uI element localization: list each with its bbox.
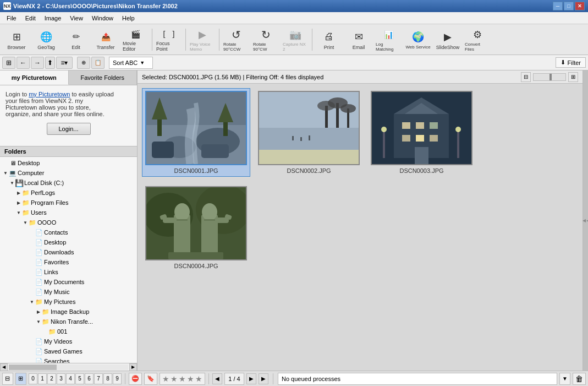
digit-6[interactable]: 6: [85, 373, 94, 384]
star-1[interactable]: ★: [162, 374, 169, 383]
beach-svg: [259, 92, 359, 164]
email-button[interactable]: ✉ Email: [344, 26, 373, 53]
tree-item-links[interactable]: 📄 Links: [0, 267, 137, 277]
img-thumb-dscn0002[interactable]: DSCN0002.JPG: [255, 88, 363, 177]
web-service-button[interactable]: 🌍 Web Service: [404, 26, 432, 53]
scroll-left-button[interactable]: ◀: [0, 363, 8, 371]
tree-item-searches[interactable]: 📄 Searches: [0, 356, 137, 363]
digit-7[interactable]: 7: [94, 373, 103, 384]
menu-image[interactable]: Image: [40, 14, 66, 23]
tree-item-users[interactable]: ▼ 📁 Users: [0, 208, 137, 218]
tree-item-desktop2[interactable]: 📄 Desktop: [0, 237, 137, 247]
tree-item-saved-games[interactable]: 📄 Saved Games: [0, 346, 137, 356]
tree-item-desktop[interactable]: 🖥 Desktop: [0, 158, 137, 168]
view-mode-2[interactable]: ⊞: [15, 373, 26, 385]
mark-button[interactable]: 🔖: [144, 373, 157, 385]
tab-my-picturetown[interactable]: my Picturetown: [0, 70, 69, 85]
slideshow-button[interactable]: ▶ SlideShow: [433, 26, 462, 53]
full-view-button[interactable]: ⊞: [568, 72, 578, 82]
view-mode-1[interactable]: ⊟: [2, 373, 13, 385]
edit-label: Edit: [72, 45, 80, 50]
movie-editor-button[interactable]: 🎬 Movie Editor: [121, 26, 150, 53]
forward-button[interactable]: →: [31, 57, 44, 69]
view-options-button[interactable]: ≡▾: [56, 57, 73, 69]
paste-button[interactable]: 📋: [91, 57, 105, 69]
play-button[interactable]: ▶: [246, 373, 256, 384]
rotate-ccw-button[interactable]: ↺ Rotate 90°CCW: [222, 26, 250, 53]
menu-window[interactable]: Window: [87, 14, 118, 23]
login-button[interactable]: Login...: [47, 123, 91, 135]
up-button[interactable]: ⬆: [45, 57, 55, 69]
filter-button[interactable]: ⬇ Filter: [556, 57, 586, 68]
star-4[interactable]: ★: [187, 374, 194, 383]
play-voice-button[interactable]: ▶ Play Voice Memo: [188, 26, 217, 53]
digit-4[interactable]: 4: [66, 373, 75, 384]
img-thumb-dscn0001[interactable]: DSCN0001.JPG: [142, 88, 250, 177]
thumbnail-size-button[interactable]: ⊟: [521, 72, 531, 82]
star-3[interactable]: ★: [179, 374, 186, 383]
star-2[interactable]: ★: [171, 374, 178, 383]
digit-9[interactable]: 9: [113, 373, 122, 384]
copy-button[interactable]: ⊕: [77, 57, 90, 69]
geotag-label: GeoTag: [37, 45, 55, 50]
tree-item-local-disk[interactable]: ▼ 💾 Local Disk (C:): [0, 178, 137, 188]
digit-8[interactable]: 8: [103, 373, 112, 384]
picturetown-link[interactable]: my Picturetown: [29, 91, 70, 97]
digit-1[interactable]: 1: [38, 373, 47, 384]
trash-button[interactable]: 🗑: [573, 373, 586, 385]
grid-view-button[interactable]: ⊞: [2, 57, 15, 69]
maximize-button[interactable]: □: [564, 2, 574, 10]
back-button[interactable]: ←: [17, 57, 30, 69]
tree-item-program-files[interactable]: ▶ 📁 Program Files: [0, 198, 137, 208]
star-rating[interactable]: ★ ★ ★ ★ ★: [160, 373, 205, 385]
tree-item-image-backup[interactable]: ▶ 📁 Image Backup: [0, 307, 137, 317]
tree-item-my-pictures[interactable]: ▼ 📁 My Pictures: [0, 297, 137, 307]
tree-item-favorites[interactable]: 📄 Favorites: [0, 257, 137, 267]
minimize-button[interactable]: ─: [553, 2, 563, 10]
geotag-button[interactable]: 🌐 GeoTag: [32, 26, 61, 53]
next-image-button[interactable]: ▶: [259, 373, 268, 384]
star-5[interactable]: ★: [195, 374, 202, 383]
queue-dropdown-button[interactable]: ▼: [559, 373, 570, 385]
img-thumb-dscn0003[interactable]: DSCN0003.JPG: [367, 88, 476, 177]
digit-2[interactable]: 2: [47, 373, 56, 384]
scroll-right-button[interactable]: ▶: [129, 363, 137, 371]
capture-nx2-button[interactable]: 📷 Capture NX 2: [281, 26, 310, 53]
tree-item-nikon-transfer[interactable]: ▼ 📁 Nikon Transfe...: [0, 317, 137, 327]
close-button[interactable]: ✕: [575, 2, 585, 10]
size-slider[interactable]: [533, 73, 566, 81]
focus-point-button[interactable]: [ ] Focus Point: [155, 26, 183, 53]
edit-button[interactable]: ✏ Edit: [62, 26, 90, 53]
log-matching-button[interactable]: 📊 Log Matching: [374, 26, 403, 53]
digit-0[interactable]: 0: [29, 373, 37, 384]
digit-3[interactable]: 3: [57, 373, 65, 384]
tree-item-my-music[interactable]: 📄 My Music: [0, 287, 137, 297]
convert-files-button[interactable]: ⚙ Convert Files: [463, 26, 492, 53]
menu-help[interactable]: Help: [118, 14, 139, 23]
h-scrollbar[interactable]: ◀ ▶: [0, 363, 137, 371]
sort-dropdown[interactable]: Sort ABC ▼: [109, 57, 153, 69]
tree-item-perflogs[interactable]: ▶ 📁 PerfLogs: [0, 188, 137, 198]
img-label-dscn0004: DSCN0004.JPG: [174, 263, 218, 269]
tree-item-001[interactable]: 📁 001: [0, 327, 137, 336]
tree-item-my-documents[interactable]: 📄 My Documents: [0, 277, 137, 287]
tab-favorite-folders[interactable]: Favorite Folders: [69, 70, 138, 85]
right-resize-handle[interactable]: ◀: [582, 70, 588, 371]
browser-label: Browser: [7, 45, 25, 50]
img-thumb-dscn0004[interactable]: DSCN0004.JPG: [142, 183, 250, 272]
rotate-cw-button[interactable]: ↻ Rotate 90°CW: [251, 26, 280, 53]
tree-item-downloads[interactable]: 📄 Downloads: [0, 247, 137, 257]
tree-item-oooo[interactable]: ▼ 📁 OOOO: [0, 218, 137, 227]
tree-item-my-videos[interactable]: 📄 My Videos: [0, 336, 137, 346]
transfer-button[interactable]: 📤 Transfer: [91, 26, 120, 53]
prev-image-button[interactable]: ◀: [212, 373, 222, 384]
menu-edit[interactable]: Edit: [21, 14, 40, 23]
flag-button[interactable]: ⛔: [129, 373, 142, 385]
menu-view[interactable]: View: [65, 14, 87, 23]
tree-item-contacts[interactable]: 📄 Contacts: [0, 227, 137, 237]
print-button[interactable]: 🖨 Print: [315, 26, 343, 53]
digit-5[interactable]: 5: [75, 373, 84, 384]
browser-button[interactable]: ⊞ Browser: [2, 26, 31, 53]
tree-item-computer[interactable]: ▼ 💻 Computer: [0, 168, 137, 178]
menu-file[interactable]: File: [2, 14, 21, 23]
